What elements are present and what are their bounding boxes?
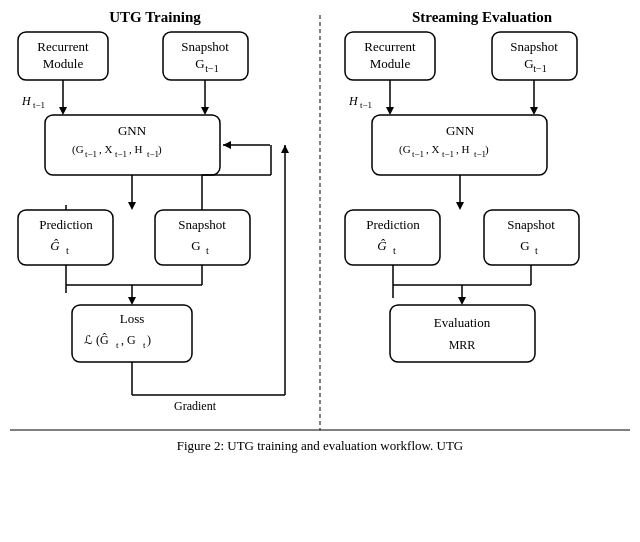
right-prediction-text: Prediction: [366, 217, 420, 232]
left-loss-paren: ): [147, 333, 151, 347]
right-snapshot-bot-sub: t: [535, 245, 538, 256]
right-gnn-sub1: t−1: [412, 149, 424, 159]
left-snapshot-top-text: Snapshot: [181, 39, 229, 54]
right-gnn-comma2: , H: [456, 143, 470, 155]
left-gnn-sub2: t−1: [115, 149, 127, 159]
left-snapshot-top-sub: t−1: [205, 63, 218, 74]
left-gnn-comma2: , H: [129, 143, 143, 155]
left-loss-text: Loss: [120, 311, 145, 326]
right-gnn-formula: (G: [399, 143, 411, 156]
right-pred-g: Ĝ: [377, 238, 387, 253]
right-snapshot-top-g: G: [524, 56, 533, 71]
left-gradient-label: Gradient: [174, 399, 217, 413]
left-gnn-formula: (G: [72, 143, 84, 156]
figure-caption: Figure 2: UTG training and evaluation wo…: [177, 438, 464, 453]
left-gnn-text: GNN: [118, 123, 147, 138]
right-gnn-text: GNN: [446, 123, 475, 138]
left-pred-g: Ĝ: [50, 238, 60, 253]
left-snapshot-bot-sub: t: [206, 245, 209, 256]
left-recurrent-text1: Recurrent: [37, 39, 89, 54]
right-snapshot-top-sub: t−1: [533, 63, 546, 74]
left-prediction-text: Prediction: [39, 217, 93, 232]
right-snapshot-bot-g: G: [520, 238, 529, 253]
right-evaluation-text: Evaluation: [434, 315, 491, 330]
right-gnn-paren: ): [485, 143, 489, 156]
right-evaluation-box: [390, 305, 535, 362]
right-h-sub: t−1: [360, 100, 372, 110]
left-h-label: H: [21, 94, 32, 108]
left-gnn-paren: ): [158, 143, 162, 156]
right-gnn-comma1: , X: [426, 143, 440, 155]
left-loss-formula: ℒ (Ĝ: [84, 333, 109, 347]
left-title: UTG Training: [109, 9, 201, 25]
left-snapshot-bot-text: Snapshot: [178, 217, 226, 232]
right-recurrent-text1: Recurrent: [364, 39, 416, 54]
right-snapshot-bot-text: Snapshot: [507, 217, 555, 232]
right-pred-sub: t: [393, 245, 396, 256]
left-gnn-comma1: , X: [99, 143, 113, 155]
right-snapshot-top-text: Snapshot: [510, 39, 558, 54]
left-loss-comma: , G: [121, 333, 136, 347]
left-gnn-sub1: t−1: [85, 149, 97, 159]
left-snapshot-bot-g: G: [191, 238, 200, 253]
right-title: Streaming Evaluation: [412, 9, 553, 25]
left-recurrent-text2: Module: [43, 56, 84, 71]
left-snapshot-top-g: G: [195, 56, 204, 71]
left-h-sub: t−1: [33, 100, 45, 110]
right-gnn-sub2: t−1: [442, 149, 454, 159]
right-mrr-text: MRR: [449, 338, 476, 352]
right-h-label: H: [348, 94, 359, 108]
right-recurrent-text2: Module: [370, 56, 411, 71]
left-pred-sub: t: [66, 245, 69, 256]
